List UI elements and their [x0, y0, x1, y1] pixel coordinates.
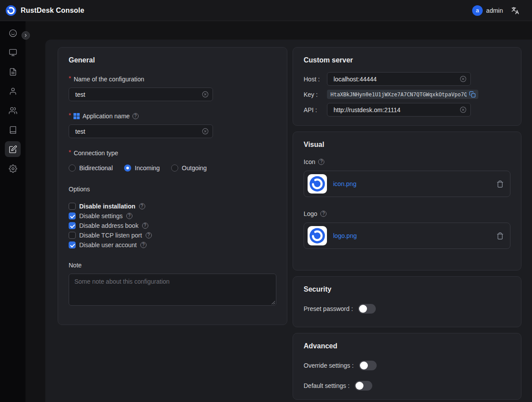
sidebar-item-custom-clients[interactable] [3, 139, 22, 159]
radio-control[interactable] [124, 164, 131, 172]
address-book-icon [9, 126, 17, 134]
connection-type-label: * Connection type [69, 150, 276, 157]
sidebar-item-devices[interactable] [3, 43, 22, 62]
logo-file-box: logo.png [304, 223, 510, 249]
trash-icon [496, 232, 504, 240]
logs-document-icon [9, 68, 17, 76]
sidebar-item-groups[interactable] [3, 101, 22, 120]
brand: RustDesk Console [5, 5, 84, 16]
radio-incoming[interactable]: Incoming [124, 164, 160, 172]
preset-password-row: Preset password : [304, 304, 510, 314]
help-icon[interactable]: ? [140, 242, 147, 248]
trash-icon [496, 180, 504, 188]
translate-icon[interactable] [511, 6, 520, 15]
rustdesk-logo-icon [5, 5, 17, 16]
checkbox-disable-address-book[interactable]: Disable address book ? [69, 222, 276, 229]
host-label: Host : [304, 76, 327, 83]
override-settings-label: Override settings : [304, 362, 354, 369]
checkbox-control[interactable] [69, 212, 76, 219]
icon-file-link[interactable]: icon.png [333, 180, 356, 187]
checkbox-disable-user-account[interactable]: Disable user account ? [69, 241, 276, 249]
clear-input-icon[interactable] [202, 91, 209, 98]
clear-input-icon[interactable] [202, 128, 209, 135]
general-card: General * Name of the configuration [58, 47, 287, 325]
settings-gear-icon [9, 164, 17, 173]
advanced-card: Advanced Override settings : Default set… [293, 333, 521, 400]
radio-bidirectional[interactable]: Bidirectional [69, 164, 113, 172]
checkbox-disable-installation[interactable]: Disable installation ? [69, 203, 276, 210]
main-content: General * Name of the configuration [26, 21, 532, 402]
logo-file-link[interactable]: logo.png [333, 232, 357, 239]
clear-input-icon[interactable] [459, 106, 467, 113]
help-icon[interactable]: ? [139, 203, 145, 209]
copy-icon[interactable] [469, 91, 476, 98]
required-asterisk: * [69, 75, 71, 81]
default-settings-label: Default settings : [304, 382, 349, 389]
preset-password-toggle[interactable] [358, 304, 376, 314]
help-icon[interactable]: ? [142, 223, 148, 229]
username: admin [486, 7, 503, 14]
icon-upload-label: Icon ? [304, 158, 510, 165]
default-settings-toggle[interactable] [355, 381, 372, 391]
visual-card: Visual Icon ? icon.png [293, 132, 521, 270]
required-asterisk: * [69, 112, 71, 118]
api-input[interactable] [333, 106, 459, 114]
radio-control[interactable] [171, 164, 178, 172]
help-icon[interactable]: ? [318, 159, 324, 165]
key-value: HtaXBkJNHyn0e1U1jWXze7A7CN7QTGWqxkOtpaVp… [330, 91, 466, 98]
host-input[interactable] [333, 75, 459, 83]
icon-file-box: icon.png [304, 171, 510, 197]
resize-handle[interactable] [271, 300, 275, 304]
checkbox-control[interactable] [69, 222, 76, 229]
note-textarea[interactable] [69, 274, 276, 306]
host-row: Host : [304, 72, 510, 86]
groups-icon [9, 106, 17, 115]
sidebar-item-logs[interactable] [3, 62, 22, 81]
avatar[interactable]: a [472, 5, 483, 16]
default-settings-row: Default settings : [304, 381, 510, 391]
config-name-label: * Name of the configuration [69, 76, 276, 83]
custom-clients-edit-icon [9, 145, 17, 153]
checkbox-control[interactable] [69, 232, 76, 239]
help-icon[interactable]: ? [146, 232, 152, 238]
preset-password-label: Preset password : [304, 305, 353, 312]
radio-outgoing[interactable]: Outgoing [171, 164, 207, 172]
help-icon[interactable]: ? [126, 213, 132, 219]
checkbox-control[interactable] [69, 203, 76, 210]
connection-type-group: Bidirectional Incoming Outgoing [69, 164, 276, 172]
chevron-right-icon [23, 33, 28, 38]
delete-icon-file-button[interactable] [496, 180, 504, 188]
devices-monitor-icon [9, 48, 17, 57]
topbar: RustDesk Console a admin [0, 0, 532, 21]
application-name-input[interactable] [74, 128, 202, 135]
custom-server-title: Custom server [304, 56, 510, 64]
security-card: Security Preset password : [293, 276, 521, 327]
icon-preview-image [308, 174, 327, 194]
sidebar [0, 21, 26, 402]
options-label: Options [69, 186, 276, 193]
api-row: API : [304, 103, 510, 117]
dashboard-smile-icon [9, 29, 17, 37]
delete-logo-file-button[interactable] [496, 232, 504, 240]
override-settings-toggle[interactable] [359, 361, 377, 370]
checkbox-control[interactable] [69, 241, 76, 249]
clear-input-icon[interactable] [459, 75, 467, 83]
checkbox-disable-tcp-listen-port[interactable]: Disable TCP listen port ? [69, 232, 276, 239]
visual-title: Visual [304, 141, 510, 149]
key-label: Key : [304, 91, 327, 98]
sidebar-item-address-books[interactable] [3, 120, 22, 139]
sidebar-item-users[interactable] [3, 81, 22, 101]
sidebar-item-settings[interactable] [3, 159, 22, 178]
checkbox-disable-settings[interactable]: Disable settings ? [69, 212, 276, 219]
config-name-input[interactable] [74, 91, 202, 99]
config-name-field [69, 88, 213, 101]
sidebar-collapse-button[interactable] [22, 31, 30, 40]
radio-control[interactable] [69, 164, 76, 172]
user-menu[interactable]: a admin [472, 5, 503, 16]
advanced-title: Advanced [304, 342, 510, 350]
custom-server-card: Custom server Host : [293, 47, 521, 126]
help-icon[interactable]: ? [320, 211, 327, 217]
sidebar-item-dashboard[interactable] [3, 23, 22, 43]
help-icon[interactable]: ? [132, 113, 139, 119]
api-label: API : [304, 106, 327, 113]
